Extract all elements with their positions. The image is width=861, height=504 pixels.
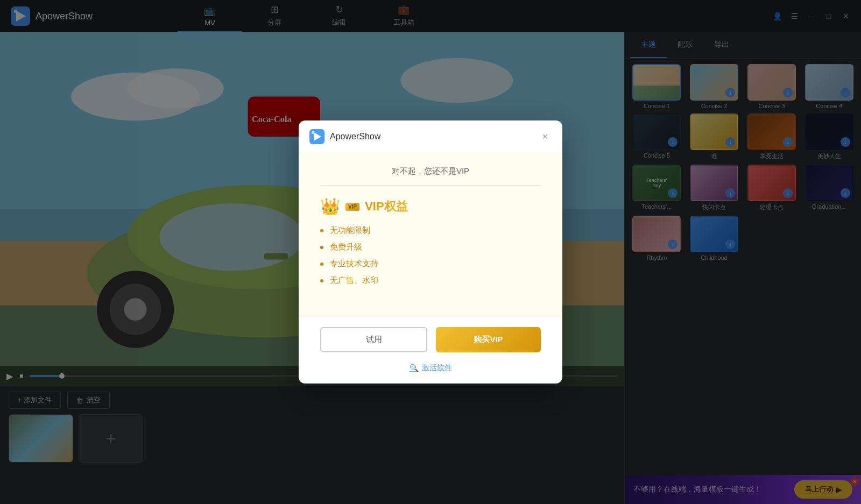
dialog-title: ApowerShow <box>330 132 380 141</box>
buy-vip-label: 购买VIP <box>474 335 503 344</box>
benefit-4: 无广告、水印 <box>320 275 541 286</box>
dialog-overlay: ApowerShow × 对不起，您还不是VIP 👑 VIP VIP权益 无功能… <box>0 0 861 504</box>
vip-badge: VIP <box>345 203 359 211</box>
benefit-text-3: 专业技术支持 <box>330 259 378 269</box>
benefit-text-2: 免费升级 <box>330 242 362 252</box>
crown-icon: 👑 <box>320 198 340 215</box>
dialog-logo-icon <box>309 129 324 144</box>
buy-vip-button[interactable]: 购买VIP <box>436 327 541 352</box>
vip-dialog: ApowerShow × 对不起，您还不是VIP 👑 VIP VIP权益 无功能… <box>299 120 562 384</box>
benefit-dot-1 <box>320 229 323 232</box>
benefit-2: 免费升级 <box>320 242 541 252</box>
benefit-dot-2 <box>320 246 323 249</box>
dialog-sorry-text: 对不起，您还不是VIP <box>320 166 541 186</box>
trial-button[interactable]: 试用 <box>320 327 427 352</box>
dialog-body: 对不起，您还不是VIP 👑 VIP VIP权益 无功能限制 免费升级 专业技术支… <box>299 153 562 316</box>
dialog-header: ApowerShow × <box>299 120 562 153</box>
benefit-1: 无功能限制 <box>320 225 541 236</box>
dialog-actions: 试用 购买VIP <box>299 316 562 363</box>
dialog-footer: 🔍 激活软件 <box>299 363 562 384</box>
vip-benefits-list: 无功能限制 免费升级 专业技术支持 无广告、水印 <box>320 225 541 286</box>
dialog-close-button[interactable]: × <box>539 130 552 143</box>
activate-link[interactable]: 🔍 激活软件 <box>410 363 452 373</box>
benefit-3: 专业技术支持 <box>320 259 541 269</box>
benefit-text-1: 无功能限制 <box>330 225 370 236</box>
benefit-dot-4 <box>320 279 323 282</box>
search-icon: 🔍 <box>410 364 419 372</box>
trial-btn-label: 试用 <box>366 335 382 344</box>
close-icon: × <box>542 131 548 143</box>
vip-title-row: 👑 VIP VIP权益 <box>320 198 541 215</box>
svg-rect-27 <box>312 131 314 134</box>
benefit-text-4: 无广告、水印 <box>330 275 378 286</box>
activate-text: 激活软件 <box>422 363 452 373</box>
vip-title: VIP权益 <box>365 198 407 215</box>
benefit-dot-3 <box>320 262 323 266</box>
